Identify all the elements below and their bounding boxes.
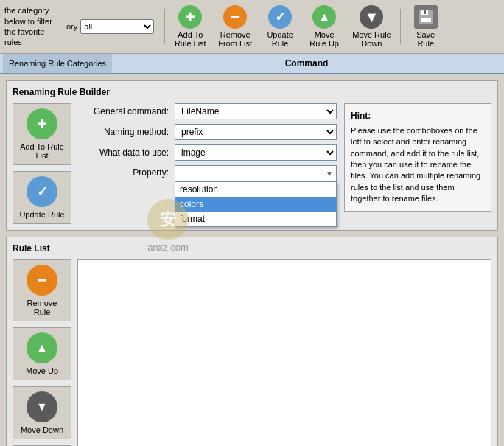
save-rule-toolbar-button[interactable]: SaveRule xyxy=(405,3,447,50)
add-to-rule-list-side-button[interactable]: + Add To Rule List xyxy=(13,103,71,165)
rule-builder-section: Renaming Rule Builder + Add To Rule List… xyxy=(6,80,498,231)
move-rule-up-label: MoveRule Up xyxy=(309,30,339,48)
property-dropdown[interactable]: ▼ resolution colors format xyxy=(175,165,337,181)
command-label: Command xyxy=(112,58,501,69)
category-bar: Renaming Rule Categories Command xyxy=(0,54,504,74)
what-data-label: What data to use: xyxy=(79,147,175,158)
rule-list-inner: − Remove Rule ▲ Move Up ▼ Move Down xyxy=(13,259,491,446)
remove-from-list-label: RemoveFrom List xyxy=(218,30,252,48)
naming-method-row: Naming method: prefix suffix replace xyxy=(79,124,337,140)
toolbar: the category below to filter the favorit… xyxy=(0,0,504,54)
svg-rect-2 xyxy=(424,10,426,14)
property-row: Property: ▼ resolution colors format xyxy=(79,165,337,181)
category-select[interactable]: all xyxy=(80,19,154,34)
rule-list-section: Rule List − Remove Rule ▲ Move Up ▼ Move… xyxy=(6,237,498,446)
property-input[interactable]: ▼ xyxy=(175,165,337,181)
builder-inner: + Add To Rule List ✓ Update Rule General… xyxy=(13,103,491,224)
property-label: Property: xyxy=(79,165,175,178)
rule-list-buttons: − Remove Rule ▲ Move Up ▼ Move Down xyxy=(13,259,71,446)
update-rule-side-button[interactable]: ✓ Update Rule xyxy=(13,171,71,224)
move-rule-down-label: Move RuleDown xyxy=(352,30,391,48)
builder-left-buttons: + Add To Rule List ✓ Update Rule xyxy=(13,103,71,224)
move-down-icon: ▼ xyxy=(360,5,383,29)
update-rule-side-label: Update Rule xyxy=(19,210,64,219)
remove-rule-button[interactable]: − Remove Rule xyxy=(13,259,71,321)
what-data-select[interactable]: image video audio document xyxy=(175,144,337,161)
hint-text: Please use the comboboxes on the left to… xyxy=(351,125,485,205)
category-label: ory xyxy=(66,22,77,31)
add-icon: + xyxy=(178,5,202,29)
move-up-rule-icon: ▲ xyxy=(27,332,57,363)
hint-title: Hint: xyxy=(351,110,485,122)
add-to-rule-list-side-label: Add To Rule List xyxy=(18,142,66,160)
main-content: Renaming Rule Builder + Add To Rule List… xyxy=(0,74,504,446)
property-option-resolution[interactable]: resolution xyxy=(175,182,336,197)
add-to-rule-list-label: Add ToRule List xyxy=(175,30,206,48)
property-option-format[interactable]: format xyxy=(175,212,336,226)
add-to-rule-list-button[interactable]: + Add ToRule List xyxy=(169,3,211,50)
move-down-label: Move Down xyxy=(21,425,63,434)
property-dropdown-list: resolution colors format xyxy=(175,181,337,227)
update-side-icon: ✓ xyxy=(27,176,57,207)
update-rule-label: UpdateRule xyxy=(267,30,293,48)
general-command-label: General command: xyxy=(79,106,175,116)
naming-method-label: Naming method: xyxy=(79,127,175,137)
builder-form: General command: FileName Extension Date… xyxy=(79,103,337,186)
hint-section: Hint: Please use the comboboxes on the l… xyxy=(344,103,491,212)
move-rule-down-button[interactable]: ▼ Move RuleDown xyxy=(348,3,396,50)
property-option-colors[interactable]: colors xyxy=(175,197,336,212)
dropdown-arrow: ▼ xyxy=(326,170,333,178)
separator-2 xyxy=(400,9,401,44)
update-rule-button[interactable]: ✓ UpdateRule xyxy=(259,3,301,50)
move-up-icon: ▲ xyxy=(312,5,336,29)
move-up-button[interactable]: ▲ Move Up xyxy=(13,327,71,380)
save-rule-toolbar-label: SaveRule xyxy=(416,30,435,48)
naming-method-select[interactable]: prefix suffix replace xyxy=(175,124,337,140)
general-command-select[interactable]: FileName Extension Date Counter xyxy=(175,103,337,119)
remove-rule-label: Remove Rule xyxy=(18,299,66,316)
move-rule-up-button[interactable]: ▲ MoveRule Up xyxy=(304,3,345,50)
general-command-row: General command: FileName Extension Date… xyxy=(79,103,337,119)
filter-label: the category below to filter the favorit… xyxy=(4,5,63,47)
rule-list-area xyxy=(77,259,491,446)
remove-icon: − xyxy=(223,5,247,29)
renaming-rule-categories-label: Renaming Rule Categories xyxy=(3,54,112,73)
move-down-rule-icon: ▼ xyxy=(27,391,57,422)
rule-list-title: Rule List xyxy=(13,243,491,254)
rule-builder-title: Renaming Rule Builder xyxy=(13,87,491,97)
move-down-button[interactable]: ▼ Move Down xyxy=(13,386,71,439)
add-side-icon: + xyxy=(27,108,57,139)
svg-rect-3 xyxy=(421,18,431,22)
save-icon xyxy=(414,5,438,29)
what-data-row: What data to use: image video audio docu… xyxy=(79,144,337,161)
move-up-label: Move Up xyxy=(26,366,58,375)
separator-1 xyxy=(164,9,165,44)
remove-from-list-button[interactable]: − RemoveFrom List xyxy=(214,3,256,50)
update-icon: ✓ xyxy=(268,5,292,29)
remove-rule-icon: − xyxy=(27,265,57,296)
